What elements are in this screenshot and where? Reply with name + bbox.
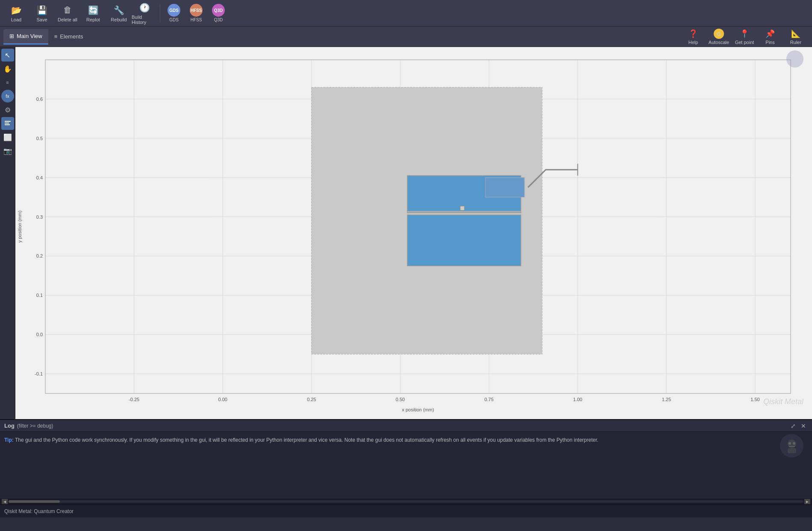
- sidebar-pan[interactable]: ✋: [1, 62, 14, 75]
- tab-main-view[interactable]: ⊞ Main View: [3, 29, 48, 44]
- help-label: Help: [688, 40, 698, 45]
- sidebar-camera[interactable]: 📷: [1, 144, 14, 157]
- tip-text: The gui and the Python code work synchro…: [15, 437, 598, 443]
- log-filter: (filter >= debug): [17, 423, 53, 429]
- tab-elements[interactable]: ≡ Elements: [48, 29, 89, 44]
- q3d-label: Q3D: [214, 18, 223, 22]
- get-point-icon: 📍: [739, 29, 750, 39]
- main-view-label: Main View: [17, 33, 42, 39]
- ruler-button[interactable]: 📐 Ruler: [783, 27, 809, 46]
- svg-point-6: [793, 442, 795, 445]
- sidebar-log[interactable]: [1, 117, 14, 130]
- ruler-icon: 📐: [791, 29, 801, 39]
- plot-canvas: [15, 47, 812, 419]
- svg-rect-7: [789, 446, 795, 447]
- elements-icon: ≡: [54, 33, 58, 40]
- load-icon: 📂: [10, 4, 22, 16]
- load-button[interactable]: 📂 Load: [3, 1, 29, 25]
- robot-avatar: [780, 434, 803, 458]
- autoscale-button[interactable]: ⊙ Autoscale: [706, 27, 732, 46]
- save-icon: 💾: [36, 4, 48, 16]
- save-button[interactable]: 💾 Save: [29, 1, 55, 25]
- sidebar-pointer[interactable]: ↖: [1, 49, 14, 62]
- svg-rect-4: [788, 448, 796, 453]
- scroll-right-arrow[interactable]: ▶: [804, 499, 810, 504]
- tip-label: Tip:: [4, 437, 14, 443]
- avatar: [786, 50, 803, 67]
- pins-button[interactable]: 📌 Pins: [757, 27, 783, 46]
- gds-button[interactable]: GDS GDS: [163, 1, 185, 25]
- hfss-button[interactable]: HFSS HFSS: [185, 1, 207, 25]
- get-point-label: Get point: [735, 40, 754, 45]
- log-resize-button[interactable]: ⤢: [789, 422, 797, 430]
- log-scrollbar-area[interactable]: ◀ ▶: [0, 499, 812, 505]
- hfss-icon: HFSS: [190, 4, 203, 17]
- hfss-label: HFSS: [191, 18, 202, 22]
- status-text: Qiskit Metal: Quantum Creator: [4, 508, 74, 514]
- scroll-left-arrow[interactable]: ◀: [2, 499, 8, 504]
- scroll-thumb[interactable]: [9, 500, 60, 503]
- build-history-button[interactable]: 🕐 Build History: [132, 1, 157, 25]
- sidebar-function[interactable]: fx: [1, 90, 14, 103]
- log-content: Tip: The gui and the Python code work sy…: [0, 432, 812, 499]
- status-bar: Qiskit Metal: Quantum Creator: [0, 505, 812, 517]
- rebuild-button[interactable]: 🔧 Rebuild: [106, 1, 132, 25]
- load-label: Load: [11, 17, 21, 22]
- left-sidebar: ↖ ✋ ≡ fx ⚙ ⬜ 📷: [0, 47, 15, 419]
- main-view-icon: ⊞: [9, 33, 14, 39]
- log-header: Log (filter >= debug) ⤢ ✕: [0, 420, 812, 432]
- watermark: Qiskit Metal: [763, 397, 803, 406]
- toolbar-divider-1: [160, 4, 160, 23]
- gds-label: GDS: [169, 18, 179, 22]
- replot-label: Replot: [86, 17, 100, 22]
- build-history-label: Build History: [132, 15, 157, 25]
- top-toolbar: 📂 Load 💾 Save 🗑 Delete all 🔄 Replot 🔧 Re…: [0, 0, 812, 26]
- main-area: ↖ ✋ ≡ fx ⚙ ⬜ 📷 Qiskit Metal: [0, 47, 812, 419]
- second-toolbar: ⊞ Main View ≡ Elements ❓ Help ⊙ Autoscal…: [0, 26, 812, 47]
- help-icon: ❓: [688, 29, 698, 39]
- get-point-button[interactable]: 📍 Get point: [732, 27, 757, 46]
- replot-icon: 🔄: [87, 4, 99, 16]
- replot-button[interactable]: 🔄 Replot: [80, 1, 106, 25]
- ruler-label: Ruler: [790, 40, 801, 45]
- sidebar-settings[interactable]: ⚙: [1, 103, 14, 116]
- q3d-icon: Q3D: [212, 4, 225, 17]
- sidebar-layers[interactable]: ≡: [1, 76, 14, 89]
- pins-icon: 📌: [765, 29, 775, 39]
- pins-label: Pins: [765, 40, 774, 45]
- log-title: Log: [4, 422, 15, 429]
- rebuild-icon: 🔧: [113, 4, 125, 16]
- svg-rect-0: [5, 121, 11, 122]
- delete-icon: 🗑: [62, 4, 74, 16]
- rebuild-label: Rebuild: [111, 17, 127, 22]
- svg-point-5: [788, 442, 791, 445]
- gds-icon: GDS: [168, 4, 180, 17]
- autoscale-label: Autoscale: [709, 40, 729, 45]
- q3d-button[interactable]: Q3D Q3D: [207, 1, 229, 25]
- canvas-area[interactable]: Qiskit Metal: [15, 47, 812, 419]
- delete-all-button[interactable]: 🗑 Delete all: [55, 1, 80, 25]
- log-panel: Log (filter >= debug) ⤢ ✕ Tip: The gui a…: [0, 419, 812, 505]
- autoscale-icon: ⊙: [714, 29, 724, 39]
- build-history-icon: 🕐: [138, 2, 150, 14]
- elements-label: Elements: [60, 33, 83, 40]
- svg-rect-1: [5, 123, 9, 123]
- save-label: Save: [36, 17, 47, 22]
- delete-label: Delete all: [58, 17, 77, 22]
- log-close-button[interactable]: ✕: [799, 422, 808, 430]
- help-button[interactable]: ❓ Help: [680, 27, 706, 46]
- scroll-track[interactable]: [9, 500, 803, 503]
- svg-rect-2: [5, 124, 10, 125]
- sidebar-shapes[interactable]: ⬜: [1, 131, 14, 144]
